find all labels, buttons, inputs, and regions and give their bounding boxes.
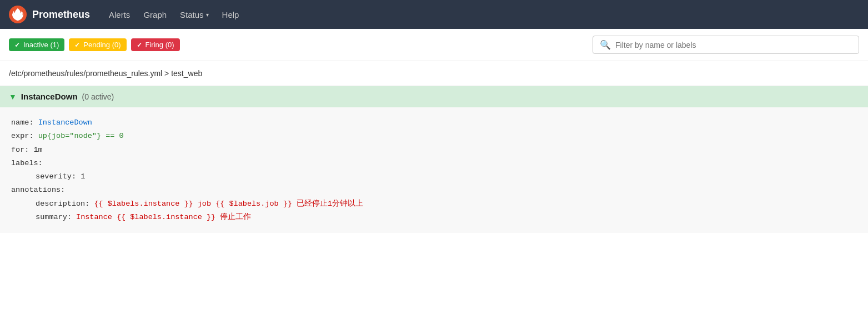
chip-pending-label: Pending (0) [83,41,121,49]
nav-status-label: Status [180,10,204,19]
summary-key: summary: [36,213,72,221]
chevron-down-icon: ▼ [9,92,17,101]
severity-key: severity: [36,172,76,181]
rule-detail: name: InstanceDown expr: up{job="node"} … [0,107,868,233]
rule-severity-line: severity: 1 [11,170,857,183]
summary-val: Instance {{ $labels.instance }} 停止工作 [76,213,251,221]
name-key: name: [11,118,34,127]
rule-group: ▼ InstanceDown (0 active) name: Instance… [0,86,868,233]
rule-description-line: description: {{ $labels.instance }} job … [11,197,857,211]
annotations-key: annotations: [11,186,65,194]
for-key: for: [11,146,29,154]
chip-pending[interactable]: ✓ Pending (0) [69,38,126,51]
chip-firing-label: Firing (0) [145,41,174,49]
filter-bar: ✓ Inactive (1) ✓ Pending (0) ✓ Firing (0… [0,29,868,61]
rule-for-line: for: 1m [11,143,857,157]
name-val: InstanceDown [38,118,92,127]
chip-inactive[interactable]: ✓ Inactive (1) [9,38,64,51]
navbar: Prometheus Alerts Graph Status ▾ Help [0,0,868,29]
main-content: ✓ Inactive (1) ✓ Pending (0) ✓ Firing (0… [0,29,868,313]
check-icon-firing: ✓ [137,41,142,49]
chip-firing[interactable]: ✓ Firing (0) [131,38,180,51]
expr-key: expr: [11,132,34,140]
severity-val: 1 [81,172,85,181]
rule-path-text: /etc/prometheus/rules/prometheus_rules.y… [9,69,202,78]
check-icon-inactive: ✓ [14,41,20,49]
filter-search-box: 🔍 [593,36,859,54]
search-icon: 🔍 [600,39,611,50]
chip-inactive-label: Inactive (1) [23,41,59,49]
brand-name: Prometheus [32,9,90,21]
filter-chips: ✓ Inactive (1) ✓ Pending (0) ✓ Firing (0… [9,38,587,51]
check-icon-pending: ✓ [74,41,80,49]
nav-status[interactable]: Status ▾ [174,7,214,23]
rule-group-name: InstanceDown [21,92,78,101]
nav-alerts[interactable]: Alerts [103,7,136,23]
nav-help[interactable]: Help [217,7,245,23]
rule-name-line: name: InstanceDown [11,116,857,130]
rule-expr-line: expr: up{job="node"} == 0 [11,130,857,143]
for-val: 1m [34,146,43,154]
labels-key: labels: [11,159,43,167]
rule-summary-line: summary: Instance {{ $labels.instance }}… [11,211,857,224]
nav-graph[interactable]: Graph [138,7,172,23]
search-input[interactable] [615,41,852,49]
rule-group-count: (0 active) [82,92,114,101]
expr-val: up{job="node"} == 0 [38,132,124,140]
chevron-down-icon: ▾ [206,12,209,18]
rule-labels-line: labels: [11,157,857,170]
description-val: {{ $labels.instance }} job {{ $labels.jo… [94,200,363,208]
navbar-nav: Alerts Graph Status ▾ Help [103,7,244,23]
description-key: description: [36,200,89,208]
brand-logo-link[interactable]: Prometheus [9,6,90,23]
rule-file-path: /etc/prometheus/rules/prometheus_rules.y… [0,61,868,86]
rule-group-header[interactable]: ▼ InstanceDown (0 active) [0,86,868,107]
rule-annotations-line: annotations: [11,183,857,197]
prometheus-logo-icon [9,6,27,23]
